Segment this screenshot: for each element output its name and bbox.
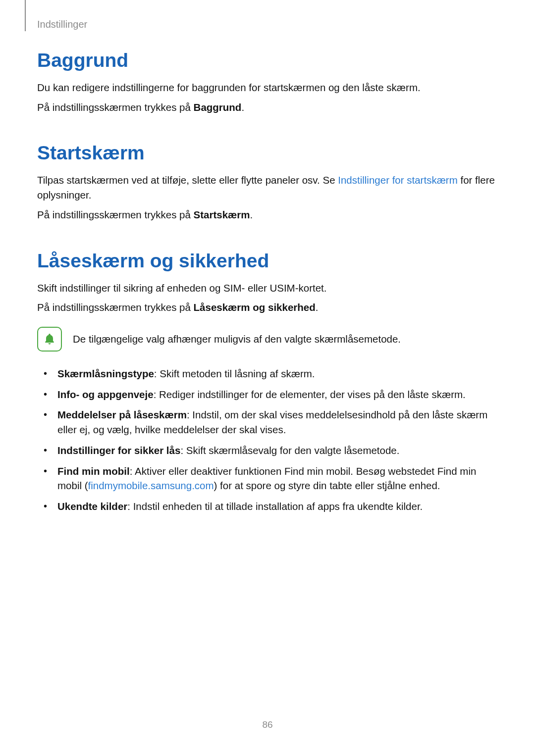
text: : Rediger indstillinger for de elementer… <box>154 389 466 400</box>
page-number: 86 <box>0 719 535 730</box>
breadcrumb: Indstillinger <box>37 19 87 30</box>
list-item: Meddelelser på låseskærm: Indstil, om de… <box>44 407 498 437</box>
bold-text: Meddelelser på låseskærm <box>57 409 187 420</box>
bell-icon <box>37 327 62 352</box>
section-baggrund: Baggrund Du kan redigere indstillingerne… <box>37 50 498 114</box>
bold-text: Låseskærm og sikkerhed <box>194 302 316 313</box>
list-item: Info- og appgenveje: Rediger indstilling… <box>44 387 498 402</box>
bold-text: Find min mobil <box>57 465 130 477</box>
text: På indstillingsskærmen trykkes på <box>37 101 194 113</box>
section-laaseskaerm: Låseskærm og sikkerhed Skift indstilling… <box>37 250 498 514</box>
bullet-list: Skærmlåsningstype: Skift metoden til lås… <box>37 366 498 514</box>
text: På indstillingsskærmen trykkes på <box>37 302 194 313</box>
text: På indstillingsskærmen trykkes på <box>37 209 194 220</box>
text: . <box>250 209 253 220</box>
content: Baggrund Du kan redigere indstillingerne… <box>37 0 498 514</box>
list-item: Find min mobil: Aktiver eller deaktiver … <box>44 464 498 493</box>
header-rule <box>25 0 26 31</box>
text-laaseskaerm-p2: På indstillingsskærmen trykkes på Låsesk… <box>37 300 498 315</box>
bold-text: Baggrund <box>194 101 242 113</box>
link-startskaerm-settings[interactable]: Indstillinger for startskærm <box>338 174 458 186</box>
heading-startskaerm: Startskærm <box>37 142 498 164</box>
text: . <box>241 101 244 113</box>
text: Tilpas startskærmen ved at tilføje, slet… <box>37 174 338 186</box>
list-item: Indstillinger for sikker lås: Skift skær… <box>44 443 498 458</box>
page: Indstillinger Baggrund Du kan redigere i… <box>0 0 535 756</box>
section-startskaerm: Startskærm Tilpas startskærmen ved at ti… <box>37 142 498 222</box>
bold-text: Startskærm <box>194 209 250 220</box>
text-laaseskaerm-p1: Skift indstillinger til sikring af enhed… <box>37 281 498 296</box>
text: : Indstil enheden til at tillade install… <box>127 501 423 512</box>
heading-laaseskaerm: Låseskærm og sikkerhed <box>37 250 498 272</box>
bold-text: Ukendte kilder <box>57 501 127 512</box>
text: : Skift metoden til låsning af skærm. <box>154 368 315 379</box>
bold-text: Skærmlåsningstype <box>57 368 154 379</box>
heading-baggrund: Baggrund <box>37 50 498 71</box>
list-item: Ukendte kilder: Indstil enheden til at t… <box>44 499 498 514</box>
text-baggrund-p1: Du kan redigere indstillingerne for bagg… <box>37 80 498 95</box>
bold-text: Indstillinger for sikker lås <box>57 445 180 456</box>
text-startskaerm-p1: Tilpas startskærmen ved at tilføje, slet… <box>37 173 498 202</box>
text: : Skift skærmlåsevalg for den valgte lås… <box>180 445 399 456</box>
text: ) for at spore og styre din tabte eller … <box>214 480 440 491</box>
text-baggrund-p2: På indstillingsskærmen trykkes på Baggru… <box>37 100 498 115</box>
note: De tilgængelige valg afhænger muligvis a… <box>37 327 498 352</box>
bold-text: Info- og appgenveje <box>57 389 154 400</box>
list-item: Skærmlåsningstype: Skift metoden til lås… <box>44 366 498 381</box>
text: . <box>316 302 319 313</box>
note-text: De tilgængelige valg afhænger muligvis a… <box>73 332 401 347</box>
link-findmymobile[interactable]: findmymobile.samsung.com <box>88 480 214 491</box>
text-startskaerm-p2: På indstillingsskærmen trykkes på Starts… <box>37 207 498 222</box>
